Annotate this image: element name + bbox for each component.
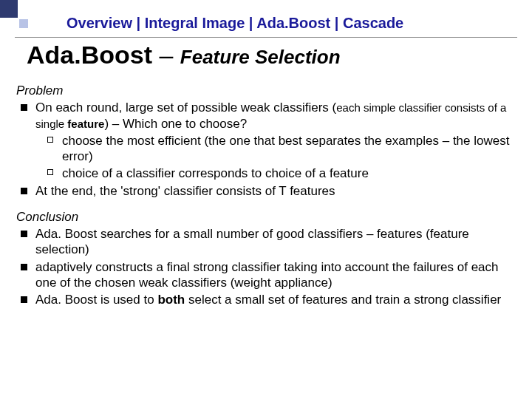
breadcrumb: Overview | Integral Image | Ada.Boost | … <box>66 15 517 32</box>
title-main: Ada.Boost <box>27 41 152 69</box>
breadcrumb-item-overview: Overview <box>66 15 132 31</box>
list-item: Ada. Boost searches for a small number o… <box>16 226 517 258</box>
corner-decoration <box>0 0 41 35</box>
divider <box>15 37 517 38</box>
title-sub: Feature Selection <box>180 46 341 68</box>
text: Ada. Boost searches for a small number o… <box>35 227 469 256</box>
list-item: adaptively constructs a final strong cla… <box>16 259 517 291</box>
list-item: choose the most efficient (the one that … <box>44 133 517 165</box>
content: Problem On each round, large set of poss… <box>16 80 517 318</box>
text: choice of a classifier corresponds to ch… <box>62 166 369 180</box>
breadcrumb-sep: | <box>132 15 145 31</box>
text: On each round, large set of possible wea… <box>35 100 336 115</box>
problem-list: On each round, large set of possible wea… <box>16 100 517 199</box>
text-bold: both <box>157 293 185 307</box>
breadcrumb-item-adaboost: Ada.Boost <box>256 15 330 31</box>
breadcrumb-sep: | <box>245 15 256 31</box>
text: ) – Which one to choose? <box>104 117 247 131</box>
title-dash: – <box>152 41 180 69</box>
list-item: choice of a classifier corresponds to ch… <box>44 166 517 181</box>
conclusion-label: Conclusion <box>16 209 517 225</box>
corner-square-large <box>0 0 18 18</box>
sub-list: choose the most efficient (the one that … <box>44 133 517 182</box>
list-item: At the end, the 'strong' classifier cons… <box>16 183 517 199</box>
text-small-bold: feature <box>67 117 104 130</box>
page-title: Ada.Boost – Feature Selection <box>27 41 341 69</box>
problem-label: Problem <box>16 83 517 98</box>
breadcrumb-sep: | <box>330 15 343 31</box>
list-item: Ada. Boost is used to both select a smal… <box>16 292 517 307</box>
corner-square-small <box>19 19 28 28</box>
text: adaptively constructs a final strong cla… <box>35 260 499 290</box>
text: Ada. Boost is used to <box>35 293 157 307</box>
text: select a small set of features and train… <box>185 293 501 307</box>
text: At the end, the 'strong' classifier cons… <box>35 184 335 198</box>
text: choose the most efficient (the one that … <box>62 134 509 163</box>
conclusion-list: Ada. Boost searches for a small number o… <box>16 226 517 307</box>
breadcrumb-item-integral: Integral Image <box>145 15 245 31</box>
breadcrumb-item-cascade: Cascade <box>343 15 403 31</box>
list-item: On each round, large set of possible wea… <box>16 100 517 181</box>
